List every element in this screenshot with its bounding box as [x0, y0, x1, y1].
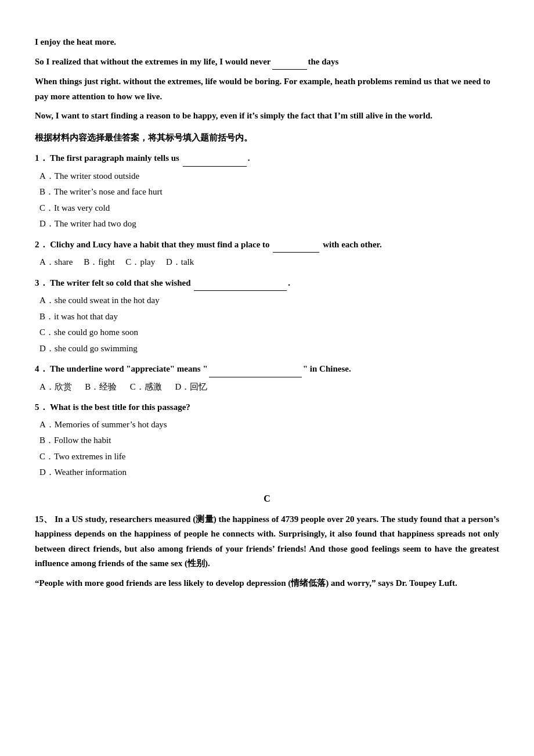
q1-option-b-text: The writer’s nose and face hurt: [54, 187, 163, 196]
q5-option-a-text: Memories of summer’s hot days: [55, 420, 167, 429]
q3-option-d-label: D．: [39, 344, 55, 353]
q2-options-row: A．share B．fight C．play D．talk: [39, 255, 499, 270]
q5-number: 5．: [35, 402, 48, 412]
passage-c-number: 15、: [35, 514, 52, 524]
q1-blank: [183, 151, 247, 167]
q3-number: 3．: [35, 278, 48, 287]
q4-option-a: A．欣赏: [39, 382, 72, 391]
section-c-label: C: [35, 491, 499, 506]
q3-option-a-label: A．: [39, 296, 55, 305]
q3-option-d: D．she could go swimming: [39, 341, 499, 357]
q4-number: 4．: [35, 364, 48, 373]
passage-c-text-1: In a US study, researchers measured (测量)…: [35, 514, 499, 568]
question-3: 3． The writer felt so cold that she wish…: [35, 276, 499, 291]
q1-period: .: [248, 153, 250, 163]
q2-option-b: B．fight: [84, 257, 114, 267]
q5-option-c-text: Two extremes in life: [54, 452, 126, 461]
q3-option-c: C．she could go home soon: [39, 325, 499, 340]
q5-option-b: B．Follow the habit: [39, 433, 499, 448]
paragraph-2-text: So I realized that without the extremes …: [35, 57, 338, 66]
q3-period: .: [288, 278, 290, 287]
q5-option-b-text: Follow the habit: [54, 435, 111, 445]
q1-option-c-label: C．: [39, 203, 54, 213]
question-4: 4． The underline word "appreciate" means…: [35, 362, 499, 377]
q4-option-d: D．回忆: [175, 382, 207, 391]
q3-option-a-text: she could sweat in the hot day: [55, 296, 160, 305]
passage-c-text-2: “People with more good friends are less …: [35, 576, 499, 591]
q4-option-c: C．感激: [130, 382, 162, 391]
q1-option-a-label: A．: [39, 171, 55, 181]
q3-option-c-label: C．: [39, 327, 54, 337]
q5-option-c-label: C．: [39, 452, 54, 461]
q3-option-b: B．it was hot that day: [39, 309, 499, 325]
q1-number: 1．: [35, 153, 48, 163]
q4-text: The underline word "appreciate" means ": [50, 364, 208, 373]
q5-option-a-label: A．: [39, 420, 55, 429]
q2-blank: [273, 237, 319, 253]
q5-option-b-label: B．: [39, 435, 54, 445]
q2-text: Clichy and Lucy have a habit that they m…: [50, 240, 272, 249]
q2-option-c: C．play: [125, 257, 155, 267]
q1-option-b-label: B．: [39, 187, 54, 196]
q4-options-row: A．欣赏 B．经验 C．感激 D．回忆: [39, 380, 499, 395]
q1-option-d-text: The writer had two dog: [55, 219, 136, 228]
q5-option-d: D．Weather information: [39, 465, 499, 480]
question-5: 5． What is the best title for this passa…: [35, 400, 499, 415]
q3-option-a: A．she could sweat in the hot day: [39, 293, 499, 308]
q2-number: 2．: [35, 240, 48, 249]
q4-suffix: " in Chinese.: [303, 364, 351, 373]
q5-option-c: C．Two extremes in life: [39, 449, 499, 465]
paragraph-2: So I realized that without the extremes …: [35, 55, 499, 70]
question-2: 2． Clichy and Lucy have a habit that the…: [35, 237, 499, 253]
q3-blank: [194, 276, 287, 291]
q4-blank: [209, 362, 302, 377]
q4-option-b: B．经验: [85, 382, 117, 391]
q3-text: The writer felt so cold that she wished: [50, 278, 193, 287]
q5-option-a: A．Memories of summer’s hot days: [39, 417, 499, 433]
q2-option-a: A．share: [39, 257, 73, 267]
q1-option-a: A．The writer stood outside: [39, 169, 499, 184]
instructions: 根据材料内容选择最佳答案，将其标号填入题前括号内。: [35, 131, 499, 146]
q5-text: What is the best title for this passage?: [50, 402, 190, 412]
q1-option-b: B．The writer’s nose and face hurt: [39, 185, 499, 200]
q3-option-b-text: it was hot that day: [54, 312, 118, 321]
paragraph-3: When things just right. without the extr…: [35, 74, 499, 104]
q5-option-d-text: Weather information: [55, 467, 127, 477]
q1-text: The first paragraph mainly tells us: [50, 153, 182, 163]
blank-1: [272, 55, 307, 70]
q3-option-d-text: she could go swimming: [55, 344, 138, 353]
q1-option-c-text: It was very cold: [54, 203, 110, 213]
paragraph-1: I enjoy the heat more.: [35, 35, 499, 50]
q2-option-d: D．talk: [166, 257, 194, 267]
q1-option-d-label: D．: [39, 219, 55, 228]
q1-option-a-text: The writer stood outside: [55, 171, 139, 181]
q5-option-d-label: D．: [39, 467, 55, 477]
q1-option-c: C．It was very cold: [39, 201, 499, 216]
q3-option-b-label: B．: [39, 312, 54, 321]
q1-option-d: D．The writer had two dog: [39, 217, 499, 232]
question-1: 1． The first paragraph mainly tells us .: [35, 151, 499, 167]
passage-c-q15: 15、 In a US study, researchers measured …: [35, 512, 499, 571]
paragraph-4: Now, I want to start finding a reason to…: [35, 109, 499, 124]
q2-suffix: with each other.: [320, 240, 381, 249]
q3-option-c-text: she could go home soon: [54, 327, 138, 337]
